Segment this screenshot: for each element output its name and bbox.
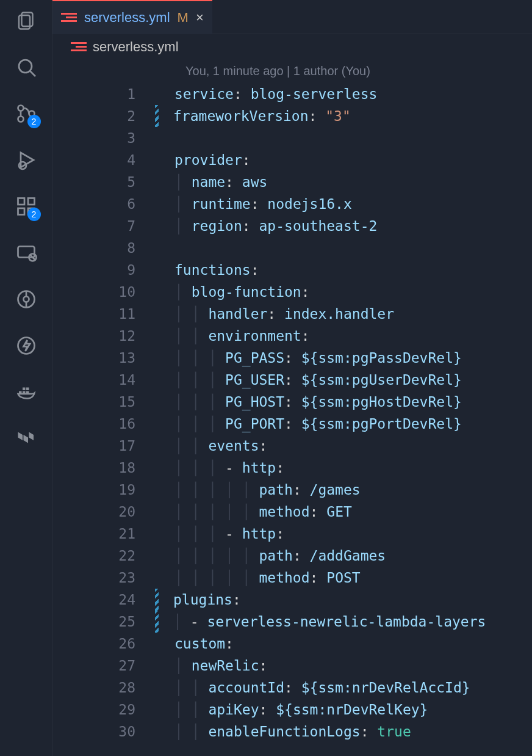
code-line[interactable]: 14│ │ │ PG_USER: ${ssm:pgUserDevRel} xyxy=(52,369,532,391)
line-number: 15 xyxy=(113,391,153,413)
yaml-file-icon xyxy=(61,13,77,23)
code-content: │ │ handler: index.handler xyxy=(174,303,532,325)
search-icon[interactable] xyxy=(14,55,38,79)
code-line[interactable]: 10│ blog-function: xyxy=(52,281,532,303)
code-content: │ region: ap-southeast-2 xyxy=(174,215,532,237)
code-line[interactable]: 11│ │ handler: index.handler xyxy=(52,303,532,325)
code-line[interactable]: 21│ │ │ - http: xyxy=(52,523,532,545)
code-line[interactable]: 2frameworkVersion: "3" xyxy=(52,105,532,127)
code-line[interactable]: 3 xyxy=(52,127,532,149)
thunder-icon[interactable] xyxy=(14,333,38,358)
gutter-change-marker xyxy=(155,699,160,721)
code-line[interactable]: 18│ │ │ - http: xyxy=(52,457,532,479)
code-lines: 1service: blog-serverless2frameworkVersi… xyxy=(52,83,532,743)
code-content: plugins: xyxy=(173,589,532,611)
gutter-change-marker xyxy=(155,281,160,303)
gutter-change-marker xyxy=(155,369,160,391)
breadcrumb-filename: serverless.yml xyxy=(93,39,179,55)
extensions-badge: 2 xyxy=(27,208,41,221)
code-line[interactable]: 13│ │ │ PG_PASS: ${ssm:pgPassDevRel} xyxy=(52,347,532,369)
gutter-change-marker xyxy=(155,215,160,237)
extensions-icon[interactable]: 2 xyxy=(14,194,38,219)
tab-serverless-yml[interactable]: serverless.yml M × xyxy=(52,0,212,34)
code-line[interactable]: 9functions: xyxy=(52,259,532,281)
terraform-icon[interactable] xyxy=(14,426,38,451)
line-number: 20 xyxy=(113,501,153,523)
source-control-icon[interactable]: 2 xyxy=(14,101,38,126)
code-content: │ │ │ │ │ method: POST xyxy=(174,567,532,589)
code-line[interactable]: 23│ │ │ │ │ method: POST xyxy=(52,567,532,589)
gutter-change-marker xyxy=(155,127,160,149)
code-line[interactable]: 12│ │ environment: xyxy=(52,325,532,347)
line-number: 11 xyxy=(113,303,153,325)
code-content: │ - serverless-newrelic-lambda-layers xyxy=(173,611,532,633)
svg-rect-25 xyxy=(26,388,29,391)
code-line[interactable]: 22│ │ │ │ │ path: /addGames xyxy=(52,545,532,567)
code-line[interactable]: 16│ │ │ PG_PORT: ${ssm:pgPortDevRel} xyxy=(52,413,532,435)
code-line[interactable]: 25│ - serverless-newrelic-lambda-layers xyxy=(52,611,532,633)
line-number: 5 xyxy=(113,171,153,193)
gitlens-icon[interactable] xyxy=(14,287,38,311)
gutter-change-marker xyxy=(155,457,160,479)
code-line[interactable]: 20│ │ │ │ │ method: GET xyxy=(52,501,532,523)
gutter-change-marker xyxy=(155,83,160,105)
code-content: │ runtime: nodejs16.x xyxy=(174,193,532,215)
code-line[interactable]: 6│ runtime: nodejs16.x xyxy=(52,193,532,215)
line-number: 17 xyxy=(113,435,153,457)
code-lens[interactable]: You, 1 minute ago | 1 author (You) xyxy=(52,60,532,82)
code-content: │ │ │ │ │ path: /addGames xyxy=(174,545,532,567)
tab-bar: serverless.yml M × xyxy=(52,0,532,34)
code-line[interactable]: 17│ │ events: xyxy=(52,435,532,457)
code-line[interactable]: 29│ │ apiKey: ${ssm:nrDevRelKey} xyxy=(52,699,532,721)
svg-rect-12 xyxy=(28,198,35,205)
code-content: │ │ accountId: ${ssm:nrDevRelAccId} xyxy=(174,677,532,699)
code-line[interactable]: 19│ │ │ │ │ path: /games xyxy=(52,479,532,501)
line-number: 28 xyxy=(113,677,153,699)
gutter-change-marker xyxy=(155,545,160,567)
line-number: 24 xyxy=(113,589,153,611)
tab-label: serverless.yml xyxy=(84,10,170,26)
code-line[interactable]: 7│ region: ap-southeast-2 xyxy=(52,215,532,237)
close-icon[interactable]: × xyxy=(196,10,204,26)
code-line[interactable]: 26custom: xyxy=(52,633,532,655)
line-number: 29 xyxy=(113,699,153,721)
gutter-change-marker xyxy=(155,193,160,215)
svg-rect-9 xyxy=(18,198,24,205)
code-line[interactable]: 15│ │ │ PG_HOST: ${ssm:pgHostDevRel} xyxy=(52,391,532,413)
code-content: │ │ │ - http: xyxy=(174,457,532,479)
code-line[interactable]: 5│ name: aws xyxy=(52,171,532,193)
line-number: 4 xyxy=(113,149,153,171)
code-line[interactable]: 30│ │ enableFunctionLogs: true xyxy=(52,721,532,743)
line-number: 23 xyxy=(113,567,153,589)
code-content: │ │ apiKey: ${ssm:nrDevRelKey} xyxy=(174,699,532,721)
code-line[interactable]: 24plugins: xyxy=(52,589,532,611)
gutter-change-marker xyxy=(155,655,160,677)
explorer-icon[interactable] xyxy=(14,9,38,33)
line-number: 16 xyxy=(113,413,153,435)
remote-icon[interactable] xyxy=(14,241,38,265)
code-content: │ │ environment: xyxy=(174,325,532,347)
line-number: 18 xyxy=(113,457,153,479)
line-number: 14 xyxy=(113,369,153,391)
gutter-change-marker xyxy=(155,633,160,655)
code-content: │ │ │ PG_USER: ${ssm:pgUserDevRel} xyxy=(174,369,532,391)
docker-icon[interactable] xyxy=(14,380,38,404)
gutter-change-marker xyxy=(155,105,159,127)
code-editor[interactable]: You, 1 minute ago | 1 author (You) 1serv… xyxy=(52,60,532,756)
code-line[interactable]: 1service: blog-serverless xyxy=(52,83,532,105)
gutter-change-marker xyxy=(155,413,160,435)
line-number: 12 xyxy=(113,325,153,347)
line-number: 10 xyxy=(113,281,153,303)
line-number: 19 xyxy=(113,479,153,501)
gutter-change-marker xyxy=(155,259,160,281)
line-number: 27 xyxy=(113,655,153,677)
line-number: 25 xyxy=(113,611,153,633)
code-line[interactable]: 8 xyxy=(52,237,532,259)
code-line[interactable]: 4provider: xyxy=(52,149,532,171)
code-line[interactable]: 27│ newRelic: xyxy=(52,655,532,677)
breadcrumb[interactable]: serverless.yml xyxy=(52,34,532,60)
line-number: 8 xyxy=(113,237,153,259)
code-content: │ │ events: xyxy=(174,435,532,457)
code-line[interactable]: 28│ │ accountId: ${ssm:nrDevRelAccId} xyxy=(52,677,532,699)
run-debug-icon[interactable] xyxy=(14,148,38,172)
